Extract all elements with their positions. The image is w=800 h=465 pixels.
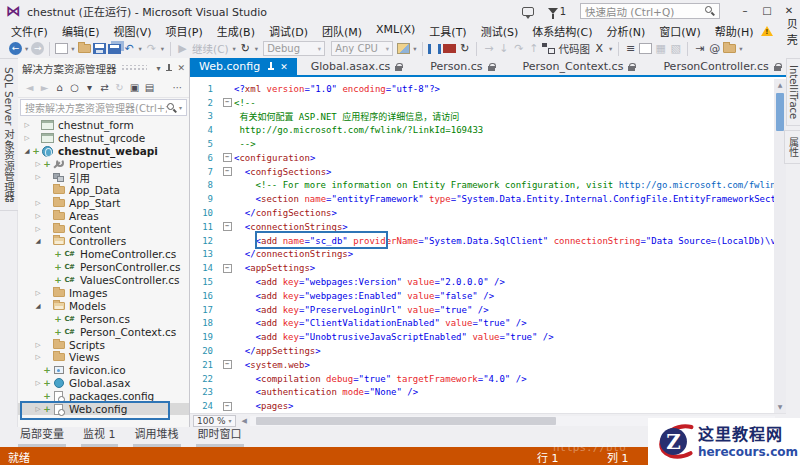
- side-tab-intellitrace[interactable]: IntelliTrace: [786, 58, 800, 126]
- xml-tools-icon[interactable]: X: [593, 41, 606, 57]
- tree-item-favicon-ico[interactable]: +favicon.ico: [18, 364, 189, 377]
- debug-tab-局部变量[interactable]: 局部变量: [18, 423, 66, 447]
- collapse-region-icon[interactable]: −: [223, 402, 232, 411]
- menu-item-build[interactable]: 生成(B): [210, 23, 262, 39]
- tree-item-properties[interactable]: ▷+Properties: [18, 158, 189, 171]
- forward-icon[interactable]: ►: [38, 82, 51, 93]
- code-map-icon[interactable]: [542, 43, 555, 54]
- tree-item-global-asax[interactable]: ▷+Global.asax: [18, 377, 189, 390]
- collapse-region-icon[interactable]: −: [223, 222, 232, 231]
- properties-icon[interactable]: ▤: [143, 82, 156, 93]
- tree-item-web-config[interactable]: ▷+Web.config: [18, 403, 189, 416]
- menu-item-file[interactable]: 文件(F): [4, 23, 55, 39]
- code-map-label[interactable]: 代码图: [558, 41, 590, 56]
- tab-pin-icon[interactable]: [267, 62, 274, 71]
- refresh-icon[interactable]: ↻: [239, 41, 252, 57]
- expander-icon[interactable]: ◢: [22, 147, 32, 155]
- new-file-icon[interactable]: [55, 43, 68, 54]
- tree-item--[interactable]: ▷引用: [18, 171, 189, 184]
- tree-item-chestnut-qrcode[interactable]: ▷chestnut_qrcode: [18, 132, 189, 145]
- pending-changes-filter-caret[interactable]: ▾: [83, 82, 96, 93]
- fold-margin[interactable]: −: [220, 222, 234, 231]
- tree-item-content[interactable]: ▷Content: [18, 222, 189, 235]
- expander-icon[interactable]: ▷: [33, 199, 43, 207]
- expander-icon[interactable]: ▷: [33, 160, 43, 168]
- fold-margin[interactable]: −: [220, 264, 234, 273]
- notifications-filter-icon[interactable]: 1: [548, 6, 566, 17]
- expander-icon[interactable]: ▷: [33, 405, 43, 413]
- tree-item-scripts[interactable]: ▷Scripts: [18, 338, 189, 351]
- collapse-region-icon[interactable]: −: [223, 360, 232, 369]
- horizontal-scroll-thumb[interactable]: [256, 417, 556, 425]
- tree-item-models[interactable]: ◢Models: [18, 299, 189, 312]
- solution-platform-combo[interactable]: Any CPU▾: [331, 41, 393, 56]
- expander-icon[interactable]: ◢: [33, 237, 43, 245]
- expander-icon[interactable]: ▷: [33, 341, 43, 349]
- xml-tools-menu[interactable]: ▾: [609, 45, 612, 53]
- vertical-scroll-thumb[interactable]: [776, 93, 784, 131]
- solution-configuration-combo[interactable]: Debug▾: [263, 41, 325, 56]
- tree-item-person-context-cs[interactable]: +C#Person_Context.cs: [18, 325, 189, 338]
- fold-margin[interactable]: −: [220, 167, 234, 176]
- expander-icon[interactable]: ▷: [33, 379, 43, 387]
- warning-icon[interactable]: [761, 26, 773, 36]
- open-file-icon[interactable]: [78, 44, 91, 53]
- refresh-menu[interactable]: ▾: [255, 45, 258, 53]
- comment-icon[interactable]: @: [708, 41, 721, 57]
- menu-item-help[interactable]: 帮助(H): [708, 23, 761, 39]
- toolbar-overflow-menu[interactable]: ▾: [739, 45, 742, 53]
- step-out-icon[interactable]: ↑: [527, 41, 540, 57]
- tab-close-icon[interactable]: ✕: [280, 62, 288, 72]
- panel-drag-grip[interactable]: [121, 65, 148, 72]
- menu-item-test[interactable]: 测试(S): [474, 23, 526, 39]
- panel-menu-caret-icon[interactable]: ▾: [156, 64, 160, 73]
- schema-icon-2[interactable]: ▧: [669, 41, 682, 57]
- document-outline-icon[interactable]: [639, 43, 652, 54]
- fold-margin[interactable]: −: [220, 360, 234, 369]
- vertical-scrollbar[interactable]: ▲ ▼: [774, 79, 786, 413]
- continue-icon[interactable]: ▶: [176, 41, 189, 57]
- scroll-down-icon[interactable]: ▼: [778, 401, 783, 413]
- menu-item-xml[interactable]: XML(X): [369, 23, 422, 39]
- new-file-menu[interactable]: ▾: [71, 45, 74, 53]
- menu-item-view[interactable]: 视图(V): [106, 23, 158, 39]
- tree-item-controllers[interactable]: ◢Controllers: [18, 235, 189, 248]
- document-tab-global-asax-cs[interactable]: Global.asax.cs: [297, 58, 417, 75]
- navigate-forward-icon[interactable]: →: [31, 42, 44, 55]
- expander-icon[interactable]: ▷: [22, 121, 32, 129]
- tree-item-chestnut-webapi[interactable]: ◢+chestnut_webapi: [18, 145, 189, 158]
- fold-margin[interactable]: −: [220, 402, 234, 411]
- panel-pin-icon[interactable]: [165, 64, 172, 73]
- tree-item-chestnut-form[interactable]: ▷chestnut_form: [18, 119, 189, 132]
- step-into-icon[interactable]: ↓: [497, 41, 510, 57]
- side-tab-属性[interactable]: 属性: [784, 130, 800, 164]
- scroll-up-icon[interactable]: ▲: [778, 79, 783, 91]
- save-icon[interactable]: [93, 43, 106, 54]
- attach-menu[interactable]: ▾: [413, 45, 416, 53]
- expander-icon[interactable]: ▷: [33, 212, 43, 220]
- collapse-region-icon[interactable]: −: [223, 98, 232, 107]
- expander-icon[interactable]: ▷: [33, 353, 43, 361]
- tree-item-app-start[interactable]: ▷App_Start: [18, 196, 189, 209]
- document-tab-person-cs[interactable]: Person.cs: [416, 58, 508, 75]
- pending-changes-filter-icon[interactable]: ○: [68, 82, 81, 93]
- stop-icon[interactable]: [443, 44, 456, 53]
- continue-menu[interactable]: ▾: [233, 45, 236, 53]
- expander-icon[interactable]: ▷: [33, 173, 43, 181]
- tree-item-images[interactable]: ▷Images: [18, 287, 189, 300]
- tree-item-areas[interactable]: ▷Areas: [18, 209, 189, 222]
- menu-item-architecture[interactable]: 体系结构(C): [525, 23, 599, 39]
- continue-label[interactable]: 继续(C): [192, 41, 229, 56]
- collapse-all-icon[interactable]: ▣: [128, 82, 141, 93]
- debug-tab-即时窗口[interactable]: 即时窗口: [196, 423, 244, 447]
- back-icon[interactable]: ◄: [23, 82, 36, 93]
- sync-with-active-document-icon[interactable]: ⇄: [98, 82, 111, 93]
- code-editor[interactable]: 1<?xml version="1.0" encoding="utf-8"?>2…: [190, 79, 786, 413]
- document-tab-person-context-cs[interactable]: Person_Context.cs: [509, 58, 650, 75]
- navigate-to-icon[interactable]: ⇥: [693, 41, 706, 57]
- navigate-backward-icon[interactable]: ←: [9, 42, 22, 55]
- solution-explorer-search[interactable]: 搜索解决方案资源管理器(Ctrl+;) ▾: [20, 99, 187, 116]
- menu-item-debug[interactable]: 调试(D): [262, 23, 315, 39]
- tree-item-views[interactable]: ▷Views: [18, 351, 189, 364]
- step-over-icon[interactable]: ↷: [512, 41, 525, 57]
